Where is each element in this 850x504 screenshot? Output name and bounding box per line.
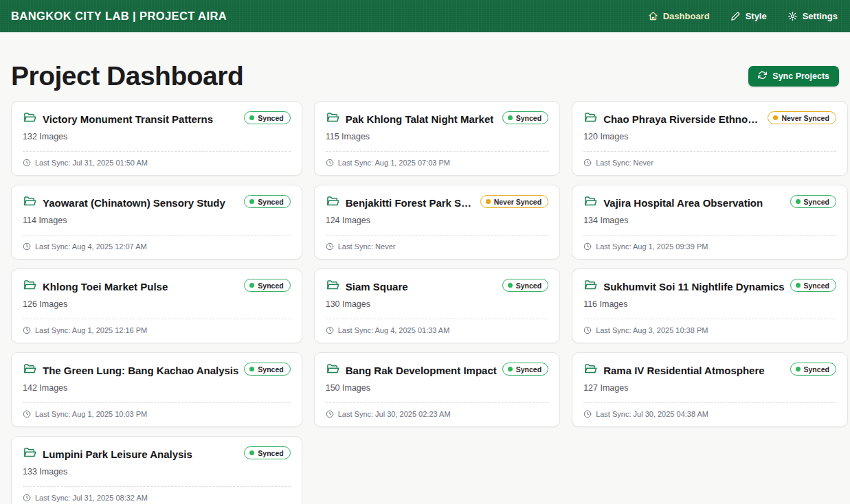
- project-card[interactable]: Pak Khlong Talat Night Market Synced 115…: [314, 101, 560, 176]
- card-title-wrap: Victory Monument Transit Patterns: [23, 111, 213, 127]
- nav-item-settings[interactable]: Settings: [787, 11, 838, 21]
- status-badge-label: Synced: [516, 282, 541, 290]
- card-title-wrap: Yaowarat (Chinatown) Sensory Study: [23, 194, 225, 211]
- project-card[interactable]: Benjakitti Forest Park Study Never Synce…: [314, 185, 560, 260]
- status-dot-icon: [486, 199, 491, 204]
- status-dot-icon: [796, 283, 801, 288]
- card-title-wrap: The Green Lung: Bang Kachao Analysis: [23, 362, 238, 378]
- last-sync-text: Last Sync: Aug 4, 2025 01:33 AM: [338, 326, 450, 334]
- card-divider: [23, 402, 291, 403]
- dashboard-main: Project Dashboard Sync Projects Victory …: [0, 61, 850, 504]
- main-nav: Dashboard Style Settings: [648, 11, 838, 21]
- status-dot-icon: [773, 115, 778, 120]
- project-card[interactable]: Khlong Toei Market Pulse Synced 126 Imag…: [11, 268, 302, 343]
- page-title: Project Dashboard: [11, 61, 243, 91]
- brush-icon: [730, 11, 741, 21]
- project-card[interactable]: Yaowarat (Chinatown) Sensory Study Synce…: [11, 185, 302, 260]
- folder-icon: [583, 194, 597, 211]
- clock-icon: [583, 326, 592, 334]
- card-footer: Last Sync: Jul 31, 2025 08:32 AM: [23, 494, 291, 502]
- project-title: Victory Monument Transit Patterns: [43, 113, 213, 125]
- nav-item-dashboard[interactable]: Dashboard: [648, 11, 710, 21]
- project-card[interactable]: Lumpini Park Leisure Analysis Synced 133…: [11, 436, 302, 504]
- project-title: Bang Rak Development Impact: [346, 365, 497, 376]
- folder-icon: [583, 362, 597, 378]
- image-count: 124 Images: [326, 216, 548, 225]
- last-sync-text: Last Sync: Aug 1, 2025 07:03 PM: [338, 159, 450, 167]
- project-title: Siam Square: [346, 281, 408, 293]
- project-card[interactable]: Sukhumvit Soi 11 Nightlife Dynamics Sync…: [572, 268, 848, 343]
- card-header: Vajira Hospital Area Observation Synced: [583, 194, 836, 211]
- card-footer: Last Sync: Jul 30, 2025 02:23 AM: [326, 410, 548, 418]
- project-card[interactable]: Vajira Hospital Area Observation Synced …: [572, 185, 848, 260]
- status-badge-label: Synced: [804, 282, 829, 290]
- project-title: Chao Phraya Riverside Ethnography: [603, 113, 762, 125]
- status-badge: Synced: [790, 195, 836, 208]
- card-header: Sukhumvit Soi 11 Nightlife Dynamics Sync…: [583, 278, 836, 295]
- card-divider: [23, 235, 291, 236]
- nav-item-label: Settings: [803, 11, 838, 21]
- project-card[interactable]: Victory Monument Transit Patterns Synced…: [11, 101, 302, 176]
- project-card[interactable]: Rama IV Residential Atmosphere Synced 12…: [572, 352, 848, 427]
- folder-icon: [326, 111, 339, 127]
- status-badge-label: Synced: [258, 449, 283, 457]
- status-badge: Synced: [502, 363, 548, 376]
- project-card[interactable]: The Green Lung: Bang Kachao Analysis Syn…: [11, 352, 302, 427]
- card-footer: Last Sync: Jul 30, 2025 04:38 AM: [583, 410, 836, 418]
- clock-icon: [583, 242, 592, 251]
- card-divider: [583, 402, 836, 403]
- project-card[interactable]: Chao Phraya Riverside Ethnography Never …: [572, 101, 848, 176]
- clock-icon: [326, 410, 334, 418]
- sync-projects-button[interactable]: Sync Projects: [748, 66, 839, 87]
- home-icon: [648, 11, 658, 21]
- status-dot-icon: [249, 199, 254, 204]
- folder-icon: [583, 111, 597, 127]
- status-badge-label: Synced: [258, 282, 283, 290]
- project-title: Lumpini Park Leisure Analysis: [43, 448, 192, 460]
- image-count: 150 Images: [326, 383, 548, 393]
- folder-icon: [23, 362, 36, 378]
- status-badge: Synced: [244, 363, 290, 376]
- card-title-wrap: Lumpini Park Leisure Analysis: [23, 446, 192, 462]
- project-title: Sukhumvit Soi 11 Nightlife Dynamics: [603, 281, 784, 293]
- card-divider: [23, 319, 291, 319]
- card-divider: [23, 151, 291, 152]
- card-header: Yaowarat (Chinatown) Sensory Study Synce…: [23, 194, 291, 211]
- card-header: Pak Khlong Talat Night Market Synced: [326, 111, 548, 127]
- status-badge: Synced: [244, 111, 290, 124]
- clock-icon: [23, 494, 31, 502]
- folder-icon: [326, 362, 339, 378]
- card-footer: Last Sync: Aug 4, 2025 12:07 AM: [23, 242, 291, 251]
- status-badge: Synced: [790, 279, 836, 292]
- folder-icon: [583, 278, 597, 295]
- card-footer: Last Sync: Aug 1, 2025 10:03 PM: [23, 410, 291, 418]
- nav-item-label: Style: [746, 11, 767, 21]
- folder-icon: [326, 194, 339, 211]
- project-card[interactable]: Siam Square Synced 130 Images Last Sync:…: [314, 268, 560, 343]
- card-title-wrap: Chao Phraya Riverside Ethnography: [583, 111, 762, 127]
- last-sync-text: Last Sync: Aug 4, 2025 12:07 AM: [35, 242, 147, 251]
- card-header: Bang Rak Development Impact Synced: [326, 362, 548, 378]
- clock-icon: [583, 159, 592, 167]
- image-count: 116 Images: [583, 299, 836, 309]
- card-title-wrap: Vajira Hospital Area Observation: [583, 194, 763, 211]
- clock-icon: [326, 326, 334, 334]
- last-sync-text: Last Sync: Aug 3, 2025 10:38 PM: [596, 326, 708, 334]
- status-dot-icon: [249, 283, 254, 288]
- image-count: 126 Images: [23, 299, 291, 309]
- status-badge: Synced: [244, 279, 290, 292]
- card-divider: [583, 235, 836, 236]
- project-title: Rama IV Residential Atmosphere: [603, 365, 765, 376]
- status-badge-label: Synced: [258, 198, 283, 206]
- nav-item-style[interactable]: Style: [730, 11, 767, 21]
- clock-icon: [326, 242, 334, 251]
- image-count: 130 Images: [326, 299, 548, 309]
- last-sync-text: Last Sync: Aug 1, 2025 10:03 PM: [35, 410, 147, 418]
- project-title: Benjakitti Forest Park Study: [346, 197, 475, 209]
- status-badge-label: Synced: [516, 114, 541, 122]
- status-badge-label: Never Synced: [781, 114, 829, 122]
- project-card[interactable]: Bang Rak Development Impact Synced 150 I…: [314, 352, 560, 427]
- last-sync-text: Last Sync: Jul 31, 2025 01:50 AM: [35, 159, 148, 167]
- status-badge: Synced: [502, 111, 548, 124]
- status-dot-icon: [796, 199, 801, 204]
